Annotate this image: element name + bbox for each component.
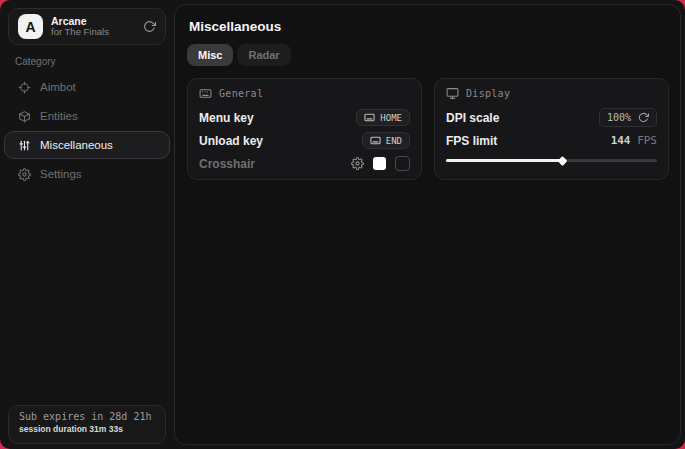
sidebar-item-entities[interactable]: Entities xyxy=(4,102,170,130)
dpi-scale-control[interactable]: 100% xyxy=(599,108,657,127)
sidebar-item-aimbot[interactable]: Aimbot xyxy=(4,73,170,101)
sidebar-item-label: Entities xyxy=(40,110,78,122)
tab-radar[interactable]: Radar xyxy=(237,44,290,66)
fps-slider-thumb[interactable] xyxy=(558,156,568,166)
menu-key-label: Menu key xyxy=(199,111,254,125)
crosshair-checkbox[interactable] xyxy=(395,156,410,171)
subscription-card: Sub expires in 28d 21h session duration … xyxy=(8,405,166,444)
tab-misc[interactable]: Misc xyxy=(187,44,233,66)
crosshair-row: Crosshair xyxy=(199,152,410,175)
app-logo: A xyxy=(18,14,43,39)
sidebar-nav: Aimbot Entities Miscellaneous Settings xyxy=(0,73,174,188)
menu-key-value: HOME xyxy=(380,113,402,123)
sidebar-item-miscellaneous[interactable]: Miscellaneous xyxy=(4,131,170,159)
subscription-expires: Sub expires in 28d 21h xyxy=(19,411,155,422)
gear-icon xyxy=(17,168,31,181)
fps-limit-label: FPS limit xyxy=(446,134,497,148)
fps-limit-row: FPS limit 144 FPS xyxy=(446,129,657,152)
dpi-scale-label: DPI scale xyxy=(446,111,499,125)
sidebar-item-settings[interactable]: Settings xyxy=(4,160,170,188)
fps-number: 144 xyxy=(611,134,631,147)
sidebar-item-label: Aimbot xyxy=(40,81,76,93)
app-title-block: Arcane for The Finals xyxy=(51,15,135,38)
menu-key-row: Menu key HOME xyxy=(199,106,410,129)
cube-icon xyxy=(17,110,31,123)
crosshair-icon xyxy=(17,81,31,94)
fps-limit-value: 144 FPS xyxy=(611,134,657,147)
sidebar-item-label: Settings xyxy=(40,168,82,180)
sliders-icon xyxy=(17,139,31,152)
rotate-icon[interactable] xyxy=(638,112,649,123)
general-card: General Menu key HOME Unload key xyxy=(187,78,422,180)
display-card: Display DPI scale 100% FPS limit 144 FPS xyxy=(434,78,669,180)
main-panel: Miscellaneous Misc Radar General Menu ke… xyxy=(174,4,681,445)
app-window: A Arcane for The Finals Category Aimbot xyxy=(0,0,685,449)
menu-key-bind-button[interactable]: HOME xyxy=(356,109,410,126)
display-card-title: Display xyxy=(466,88,510,99)
refresh-icon[interactable] xyxy=(143,20,156,33)
keyboard-icon xyxy=(370,135,381,146)
crosshair-controls xyxy=(351,156,410,171)
display-card-header: Display xyxy=(446,87,657,100)
sidebar: A Arcane for The Finals Category Aimbot xyxy=(0,0,174,449)
crosshair-label: Crosshair xyxy=(199,157,255,171)
cards-row: General Menu key HOME Unload key xyxy=(187,78,668,180)
app-header-card: A Arcane for The Finals xyxy=(8,8,166,45)
fps-unit: FPS xyxy=(637,134,657,147)
tab-bar: Misc Radar xyxy=(187,44,668,66)
unload-key-label: Unload key xyxy=(199,134,263,148)
session-duration: session duration 31m 33s xyxy=(19,424,155,434)
keyboard-icon xyxy=(199,87,212,100)
keyboard-icon xyxy=(364,112,375,123)
crosshair-color-swatch[interactable] xyxy=(373,157,386,170)
fps-slider-fill xyxy=(446,159,562,162)
monitor-icon xyxy=(446,87,459,100)
sidebar-item-label: Miscellaneous xyxy=(40,139,113,151)
general-card-title: General xyxy=(219,88,263,99)
dpi-scale-row: DPI scale 100% xyxy=(446,106,657,129)
dpi-scale-value: 100% xyxy=(607,112,631,123)
category-label: Category xyxy=(15,56,174,67)
fps-slider[interactable] xyxy=(446,159,657,162)
crosshair-settings-gear-icon[interactable] xyxy=(351,157,364,170)
unload-key-row: Unload key END xyxy=(199,129,410,152)
unload-key-value: END xyxy=(386,136,402,146)
general-card-header: General xyxy=(199,87,410,100)
unload-key-bind-button[interactable]: END xyxy=(362,132,410,149)
app-subtitle: for The Finals xyxy=(51,27,135,38)
page-title: Miscellaneous xyxy=(189,19,668,34)
